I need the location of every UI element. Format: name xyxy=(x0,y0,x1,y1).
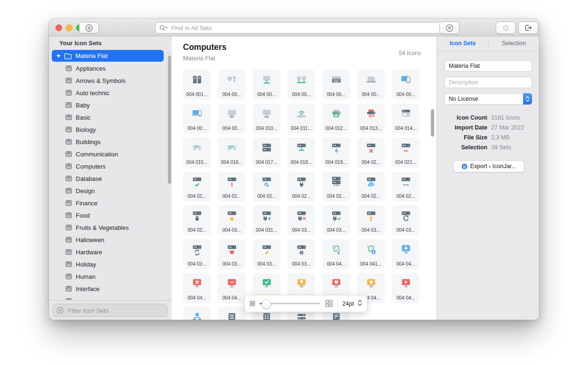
icon-cell-printer[interactable]: 004 012... xyxy=(322,104,350,134)
minimize-button[interactable] xyxy=(66,24,72,31)
favorite-button[interactable] xyxy=(496,22,516,34)
export-iconjar-button[interactable]: Export › IconJar... xyxy=(453,160,524,172)
sidebar-item-label: Communication xyxy=(76,151,118,158)
icon-cell-server-settings[interactable]: 004 03... xyxy=(287,239,315,269)
icon-cell-network-link[interactable]: 004 04... xyxy=(322,239,350,269)
icon-cell-media-server-blue[interactable]: 004 016... xyxy=(218,138,246,168)
icon-cell-network-tree[interactable] xyxy=(183,307,211,320)
icon-cell-monitor-remove[interactable]: 004 04... xyxy=(218,273,246,303)
main-scrollbar[interactable] xyxy=(431,109,434,137)
sidebar-item-design[interactable]: Design xyxy=(49,185,172,197)
description-input[interactable] xyxy=(445,77,532,88)
icon-cell-server-lock[interactable]: 004 02... xyxy=(183,205,211,235)
icon-cell-display-smartphone[interactable]: 004 00... xyxy=(392,70,420,100)
search-input[interactable] xyxy=(170,24,440,32)
icon-cell-label: 004 00... xyxy=(362,92,381,97)
filter-icon-sets-input[interactable] xyxy=(67,307,164,315)
icon-cell-shredder[interactable]: 004 013... xyxy=(357,104,385,134)
icon-cell-server-stack-dots[interactable]: 004 02... xyxy=(322,171,350,202)
icon-cell-laptop-smartphone[interactable]: 004 00... xyxy=(183,104,211,134)
sidebar-item-baby[interactable]: Baby xyxy=(49,99,172,111)
sidebar-item-buildings[interactable]: Buildings xyxy=(49,136,172,148)
icon-cell-server-hourglass[interactable]: 004 03... xyxy=(357,205,385,235)
icon-cell-server-sync[interactable]: 004 03... xyxy=(183,239,211,269)
filter-button[interactable] xyxy=(439,22,459,34)
icon-cell-server-add[interactable]: 004 019... xyxy=(322,138,350,168)
icon-cell-server-plug-add[interactable]: 004 031... xyxy=(253,205,280,235)
icon-cell-browser-window[interactable]: 004 014... xyxy=(392,104,420,134)
icon-cell-server-towers[interactable]: 004 001... xyxy=(183,70,211,100)
icon-cell-server-favorite[interactable]: 004 03... xyxy=(218,239,246,269)
icon-cell-laptop[interactable]: 004 00... xyxy=(357,70,385,100)
icon-cell-server-check[interactable]: 004 02... xyxy=(183,171,211,202)
size-stepper[interactable] xyxy=(358,299,362,308)
sidebar-item-basic[interactable]: Basic xyxy=(49,111,172,123)
icon-cell-label: 004 00... xyxy=(222,126,241,131)
tab-icon-sets[interactable]: Icon Sets xyxy=(437,36,488,51)
license-select[interactable]: No License xyxy=(445,93,532,105)
add-set-button[interactable] xyxy=(79,22,99,33)
icon-cell-monitor-stand[interactable]: 004 010... xyxy=(253,104,280,134)
sidebar-item-food[interactable]: Food xyxy=(49,209,172,221)
sidebar-item-auto-technic[interactable]: Auto technic xyxy=(49,87,172,99)
server-star-icon xyxy=(225,209,238,222)
icon-cell-server-network[interactable]: 004 018... xyxy=(287,138,315,168)
circle-plus-icon xyxy=(85,24,93,32)
slider-knob[interactable] xyxy=(262,300,271,309)
icon-cell-server-error[interactable]: 004 02... xyxy=(357,138,385,168)
sidebar-item-materia-flat[interactable]: Materia Flat xyxy=(52,50,164,62)
icon-cell-keyboard[interactable]: 004 00... xyxy=(322,70,350,100)
icon-size-slider[interactable] xyxy=(260,300,320,308)
icon-cell-monitor-play[interactable]: 004 04... xyxy=(392,273,420,303)
icon-cell-server-edit[interactable]: 004 03... xyxy=(253,239,280,269)
icon-cell-server-plug-check[interactable]: 004 03... xyxy=(322,205,350,235)
sidebar-item-communication[interactable]: Communication xyxy=(49,148,172,160)
icon-cell-server-star[interactable]: 004 03... xyxy=(218,205,246,235)
sidebar-item-biology[interactable]: Biology xyxy=(49,123,172,136)
sidebar-item-database[interactable]: Database xyxy=(49,172,172,185)
icon-cell-monitor-error[interactable]: 004 04... xyxy=(183,273,211,303)
sidebar-item-fruits-vegetables[interactable]: Fruits & Vegetables xyxy=(49,221,172,234)
icon-cell-monitor-add[interactable]: 004 04... xyxy=(392,239,420,269)
sidebar-item-computers[interactable]: Computers xyxy=(49,160,172,172)
icon-cell-server-plug-error[interactable]: 004 03... xyxy=(287,205,315,235)
export-button[interactable] xyxy=(518,22,538,34)
search-field[interactable] xyxy=(155,22,444,33)
icon-cell-server-more[interactable]: 004 02... xyxy=(392,171,420,202)
icon-cell-server-search[interactable]: 004 02... xyxy=(253,171,280,202)
icon-cell-monitor-network[interactable]: 004 00... xyxy=(253,70,280,100)
icon-cell-monitor[interactable]: 004 00... xyxy=(218,104,246,134)
icon-cell-network-link-add[interactable]: 004 041... xyxy=(357,239,385,269)
icon-cell-server-rack[interactable] xyxy=(218,307,246,320)
icon-cell-monitors-network[interactable]: 004 00... xyxy=(287,70,315,100)
icon-cell-label: 004 03... xyxy=(362,227,381,233)
tab-selection[interactable]: Selection xyxy=(489,36,539,51)
sidebar-item-appliances[interactable]: Appliances xyxy=(49,62,172,74)
sidebar-item-finance[interactable]: Finance xyxy=(49,197,172,209)
icon-cell-desktop-tower[interactable]: 004 00... xyxy=(218,70,246,100)
sidebar-item-interface[interactable]: Interface xyxy=(49,283,172,295)
sidebar-item-arrows-symbols[interactable]: Arrows & Symbols xyxy=(49,74,172,87)
icon-cell-server-stack[interactable]: 004 017... xyxy=(253,138,280,168)
sidebar-item-human[interactable]: Human xyxy=(49,270,172,283)
icon-cell-server-alert[interactable]: 004 02... xyxy=(218,171,246,202)
select-stepper-icon[interactable] xyxy=(523,93,532,105)
icon-cell-server-remove[interactable]: 004 021... xyxy=(392,138,420,168)
sidebar-item-holiday[interactable]: Holiday xyxy=(49,258,172,270)
sidebar-item-halloween[interactable]: Halloween xyxy=(49,234,172,246)
sidebar-scrollbar[interactable] xyxy=(168,56,171,184)
disclosure-triangle-icon[interactable] xyxy=(56,54,61,58)
sidebar-item-hardware[interactable]: Hardware xyxy=(49,246,172,258)
close-button[interactable] xyxy=(56,24,62,31)
icon-set-jar-icon xyxy=(65,162,72,170)
grid-small-icon[interactable] xyxy=(250,301,255,306)
set-name-input[interactable] xyxy=(445,60,532,72)
icon-cell-wifi-router[interactable]: 004 011... xyxy=(287,104,315,134)
sidebar-item-label: Halloween xyxy=(76,236,104,243)
icon-cell-server-cloud[interactable]: 004 02... xyxy=(357,171,385,202)
icon-cell-media-server-green[interactable]: 004 015... xyxy=(183,138,211,168)
icon-cell-server-plug[interactable]: 004 02... xyxy=(287,171,315,202)
filter-icon-sets-field[interactable] xyxy=(53,304,167,317)
grid-large-icon[interactable] xyxy=(326,300,333,307)
icon-cell-server-refresh[interactable]: 004 03... xyxy=(392,205,420,235)
